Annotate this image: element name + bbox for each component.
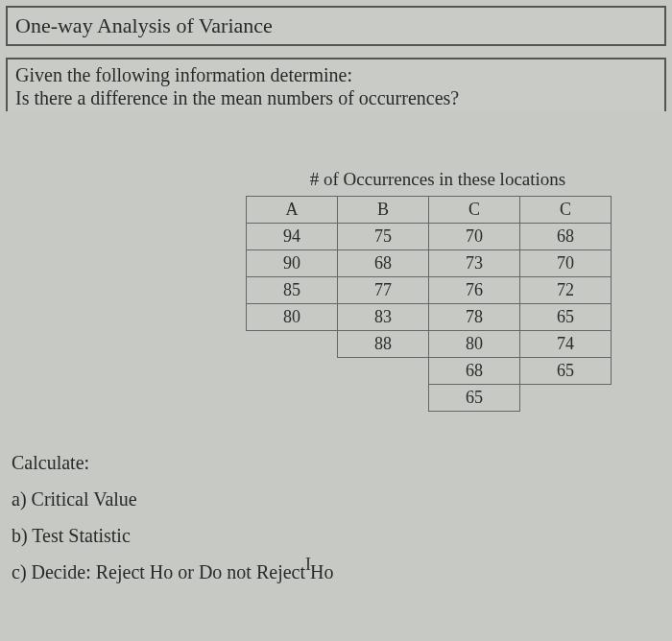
cell: 80	[247, 304, 338, 331]
cell: 65	[520, 358, 612, 385]
table-row: 68 65	[247, 358, 612, 385]
table-row: 88 80 74	[247, 331, 612, 358]
cell: 65	[520, 304, 612, 331]
cell-empty	[247, 358, 338, 385]
table-header-row: A B C C	[247, 197, 612, 224]
cell: 88	[338, 331, 429, 358]
cell: 85	[247, 277, 338, 304]
table-row: 80 83 78 65	[247, 304, 612, 331]
cell: 68	[520, 224, 612, 250]
calc-a: a) Critical Value	[12, 481, 660, 517]
table-row: 85 77 76 72	[247, 277, 612, 304]
cell: 75	[338, 224, 429, 250]
cell-empty	[338, 358, 429, 385]
cell: 73	[429, 250, 520, 277]
calculate-block: Calculate: a) Critical Value b) Test Sta…	[6, 440, 666, 594]
table-row: 94 75 70 68	[247, 224, 612, 250]
cell: 77	[338, 277, 429, 304]
cell-empty	[247, 331, 338, 358]
cell-empty	[520, 385, 612, 412]
calc-c: c) Decide: Reject Ho or Do not Reject Ho	[12, 554, 660, 590]
cell: 80	[429, 331, 520, 358]
cell: 90	[247, 250, 338, 277]
cell-empty	[247, 385, 338, 412]
cell: 70	[520, 250, 612, 277]
given-line-1: Given the following information determin…	[15, 63, 657, 86]
cell: 70	[429, 224, 520, 250]
cell: 68	[338, 250, 429, 277]
cell: 78	[429, 304, 520, 331]
page-title: One-way Analysis of Variance	[6, 6, 666, 46]
given-line-2: Is there a difference in the mean number…	[15, 86, 657, 109]
col-header: A	[247, 197, 338, 224]
cell: 74	[520, 331, 612, 358]
table-row: 90 68 73 70	[247, 250, 612, 277]
col-header: C	[429, 197, 520, 224]
cell: 83	[338, 304, 429, 331]
table-caption: # of Occurrences in these locations	[246, 169, 630, 190]
data-table-wrap: # of Occurrences in these locations A B …	[246, 169, 666, 412]
cell: 72	[520, 277, 612, 304]
cell: 94	[247, 224, 338, 250]
text-cursor-icon: I	[305, 555, 311, 575]
cell: 76	[429, 277, 520, 304]
calc-heading: Calculate:	[12, 444, 660, 481]
given-box: Given the following information determin…	[6, 58, 666, 111]
cell-empty	[338, 385, 429, 412]
cell: 65	[429, 385, 520, 412]
calc-b: b) Test Statistic	[12, 517, 660, 554]
col-header: B	[338, 197, 429, 224]
cell: 68	[429, 358, 520, 385]
col-header: C	[520, 197, 612, 224]
table-row: 65	[247, 385, 612, 412]
data-table: A B C C 94 75 70 68 90 68 73 70 85 77 76…	[246, 196, 612, 412]
